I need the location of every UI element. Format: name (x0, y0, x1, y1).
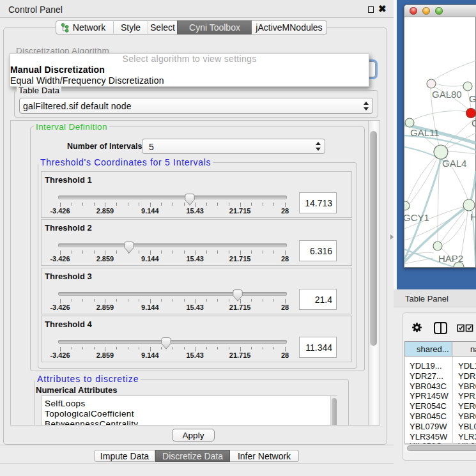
svg-text:C: C (472, 118, 476, 128)
svg-text:G.: G. (469, 93, 476, 104)
svg-text:H: H (470, 211, 476, 222)
svg-text:GAL80: GAL80 (432, 89, 462, 100)
svg-text:GCY1: GCY1 (404, 212, 429, 223)
svg-text:GAL4: GAL4 (442, 158, 466, 169)
svg-text:HAP2: HAP2 (438, 253, 463, 264)
svg-text:GAL11: GAL11 (410, 127, 440, 138)
